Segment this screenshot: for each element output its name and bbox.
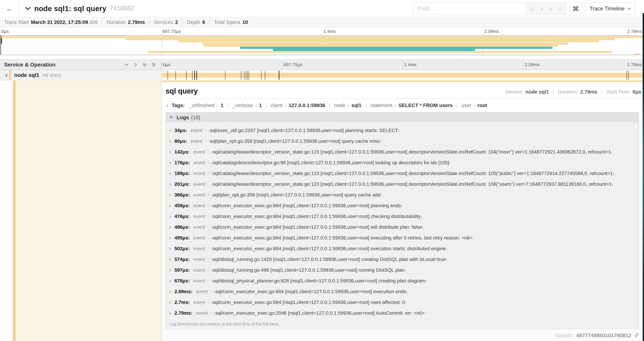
chevron-right-icon: › xyxy=(169,225,172,229)
open-quote: ‹ xyxy=(211,267,213,272)
chevron-right-icon: › xyxy=(169,214,172,218)
log-timestamp: 476μs: xyxy=(174,213,190,219)
span-detail-header[interactable]: sql query Service:node sql1|Duration:2.7… xyxy=(166,85,641,95)
minimap-span-bar xyxy=(178,40,599,43)
log-row[interactable]: ›366μs:event=‹sql/plan_opt.go:358 [nsql1… xyxy=(169,189,639,200)
keyboard-shortcuts-button[interactable]: ⌘ xyxy=(570,3,582,15)
logs-header[interactable]: Logs (18) xyxy=(166,113,639,122)
equals-sign: = xyxy=(204,138,207,143)
span-color-strip xyxy=(13,80,16,341)
minimap-ruler: 0μs697.75μs1.4ms2.09ms2.79ms xyxy=(0,27,644,35)
log-marker-tick xyxy=(628,71,629,80)
focus-match-icon[interactable]: ◎ xyxy=(529,5,535,12)
log-timestamp: 495μs: xyxy=(174,235,190,240)
trace-summary-bar: Trace StartMarch 31 2022, 17:25:09.326|D… xyxy=(0,17,644,27)
tag-item[interactable]: node=sql1 xyxy=(334,103,362,108)
span-row: ∨ node sql1 sql query xyxy=(0,70,644,80)
log-row[interactable]: ›678μs:event=‹sql/distsql_physical_plann… xyxy=(169,275,639,286)
log-row[interactable]: ›2.79ms:event=‹sql/conn_executor_exec.go… xyxy=(169,307,639,318)
log-field-value: sql/exec_util.go:2297 [nsql1,client=127.… xyxy=(210,127,398,133)
close-quote: › xyxy=(380,138,381,144)
log-row[interactable]: ›189μs:event=‹sql/catalog/lease/descript… xyxy=(169,168,639,178)
minimap-canvas[interactable] xyxy=(0,35,644,55)
log-field-value: sql/catalog/lease/descriptor_version_sta… xyxy=(213,170,613,176)
log-row[interactable]: ›495μs:event=‹sql/conn_executor_exec.go:… xyxy=(169,232,639,243)
log-row[interactable]: ›142μs:event=‹sql/catalog/lease/descript… xyxy=(169,146,639,157)
span-service-name: node sql1 xyxy=(14,72,39,78)
open-quote: ‹ xyxy=(214,310,215,315)
tag-item[interactable]: user=root xyxy=(462,103,487,108)
column-resize-handle[interactable] xyxy=(161,62,163,67)
timeline-header-row: Service & Operation 0μs697.75μs1.4ms2.09… xyxy=(0,59,644,70)
chevron-down-icon xyxy=(169,115,173,119)
chevron-right-icon: › xyxy=(169,311,172,314)
log-row[interactable]: ›502μs:event=‹sql/conn_executor_exec.go:… xyxy=(169,243,639,254)
open-quote: ‹ xyxy=(211,256,213,262)
span-duration-bar[interactable] xyxy=(162,73,644,78)
log-row[interactable]: ›2.69ms:event=‹sql/conn_executor_exec.go… xyxy=(169,286,639,297)
open-quote: ‹ xyxy=(211,203,213,208)
log-marker-tick xyxy=(225,71,226,80)
log-timestamp: 366μs: xyxy=(174,192,190,197)
chevron-right-icon: › xyxy=(169,279,172,282)
tag-item[interactable]: _verbose=1 xyxy=(232,103,262,108)
clear-search-icon[interactable]: × xyxy=(558,5,562,12)
tag-item[interactable]: _unfinished=1 xyxy=(189,103,224,108)
chevron-right-icon: › xyxy=(169,171,172,175)
summary-separator: | xyxy=(102,20,103,25)
log-field-key: event xyxy=(193,267,205,272)
minimap-span-bar xyxy=(273,49,475,51)
find-input[interactable] xyxy=(414,3,525,15)
logs-footnote: Log timestamps are relative to the start… xyxy=(169,318,639,327)
tag-key: statement xyxy=(370,103,392,108)
close-quote: › xyxy=(425,278,426,283)
collapse-all-icon[interactable] xyxy=(142,62,147,67)
log-row[interactable]: ›476μs:event=‹sql/conn_executor_exec.go:… xyxy=(169,211,639,221)
log-timestamp: 678μs: xyxy=(174,278,190,283)
close-quote: › xyxy=(420,213,422,219)
span-name-cell[interactable]: ∨ node sql1 sql query xyxy=(0,70,162,80)
log-timestamp: 80μs: xyxy=(174,138,187,144)
chevron-right-icon: › xyxy=(169,289,172,293)
collapse-one-icon[interactable] xyxy=(124,62,129,67)
minimap-span-bar xyxy=(202,43,568,45)
log-row[interactable]: ›597μs:event=‹sql/distsql_running.go:498… xyxy=(169,264,639,275)
trace-view-selector[interactable]: Trace Timeline xyxy=(585,3,635,15)
log-row[interactable]: ›486μs:event=‹sql/conn_executor_exec.go:… xyxy=(169,221,639,232)
log-row[interactable]: ›2.7ms:event=‹sql/conn_executor_exec.go:… xyxy=(169,297,639,307)
log-row[interactable]: ›176μs:event=‹sql/catalog/descs/descript… xyxy=(169,157,639,168)
logs-accordion: Logs (18) ›34μs:event=‹sql/exec_util.go:… xyxy=(166,112,639,329)
summary-label: Services xyxy=(154,20,173,25)
trace-title-wrap[interactable]: node sql1: sql query 7418682 xyxy=(25,4,134,13)
log-row[interactable]: ›34μs:event=‹sql/exec_util.go:2297 [nsql… xyxy=(169,125,639,136)
log-timestamp: 201μs: xyxy=(174,181,190,187)
log-row[interactable]: ›80μs:event=‹sql/plan_opt.go:358 [nsql1,… xyxy=(169,136,639,146)
log-marker-tick xyxy=(186,71,187,80)
close-quote: › xyxy=(611,149,612,154)
tag-item[interactable]: statement=SELECT * FROM users xyxy=(370,103,452,108)
log-field-key: event xyxy=(190,127,202,133)
expand-all-icon[interactable] xyxy=(151,62,156,67)
tag-value: SELECT * FROM users xyxy=(398,103,453,108)
tags-row[interactable]: › Tags: _unfinished=1|_verbose=1|client=… xyxy=(166,99,641,112)
tag-item[interactable]: client=127.0.0.1:59936 xyxy=(271,103,325,108)
expand-one-icon[interactable] xyxy=(133,62,138,67)
log-row[interactable]: ›201μs:event=‹sql/catalog/lease/descript… xyxy=(169,178,639,189)
log-marker-tick xyxy=(261,71,262,80)
equals-sign: = xyxy=(207,203,210,208)
summary-label: Depth xyxy=(187,20,200,25)
span-collapse-chevron-icon[interactable]: ∨ xyxy=(4,72,8,78)
log-row[interactable]: ›459μs:event=‹sql/conn_executor_exec.go:… xyxy=(169,200,639,211)
command-icon: ⌘ xyxy=(572,5,579,12)
back-button[interactable]: ← xyxy=(0,0,20,17)
log-marker-tick xyxy=(176,71,176,80)
log-marker-tick xyxy=(192,71,193,80)
summary-item: Services2 xyxy=(154,20,178,25)
next-match-icon[interactable]: ∨ xyxy=(548,5,554,12)
log-row[interactable]: ›574μs:event=‹sql/distsql_running.go:142… xyxy=(169,254,639,264)
timeline-minimap: 0μs697.75μs1.4ms2.09ms2.79ms xyxy=(0,27,644,55)
log-marker-tick xyxy=(265,71,266,80)
prev-match-icon[interactable]: ∧ xyxy=(539,5,544,12)
deep-link-icon[interactable] xyxy=(634,332,640,338)
chevron-down-icon[interactable] xyxy=(25,6,31,12)
